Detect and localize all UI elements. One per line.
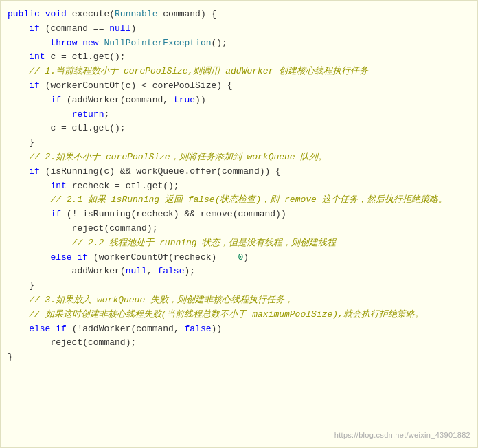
comment-1: // 1.当前线程数小于 corePoolSize,则调用 addWorker … (8, 65, 368, 79)
keyword-return: return (72, 108, 104, 122)
code-line-9: c = ctl.get(); (1, 122, 477, 136)
code-line-16: reject(command); (1, 222, 477, 236)
code-line-7: if (addWorker(command, true )) (1, 93, 477, 108)
class-npe: NullPointerException (104, 36, 211, 51)
keyword-void: void (45, 8, 67, 22)
keyword-new: new (82, 36, 98, 51)
code-line-21: // 3.如果放入 workQueue 失败，则创建非核心线程执行任务， (1, 293, 477, 308)
code-line-14: // 2.1 如果 isRunning 返回 false(状态检查)，则 rem… (1, 193, 477, 208)
code-line-18: else if (workerCountOf(recheck) == 0 ) (1, 251, 477, 265)
number-0: 0 (238, 251, 244, 265)
keyword-false-2: false (185, 322, 212, 337)
code-line-3: throw new NullPointerException (); (1, 36, 477, 51)
code-line-1: public void execute( Runnable command) { (1, 8, 477, 22)
code-line-2: if (command == null ) (1, 22, 477, 36)
code-line-5: // 1.当前线程数小于 corePoolSize,则调用 addWorker … (1, 65, 477, 79)
code-line-12: if (isRunning(c) && workQueue.offer(comm… (1, 165, 477, 179)
code-line-25: } (1, 350, 477, 365)
code-line-11: // 2.如果不小于 corePoolSize，则将任务添加到 workQueu… (1, 150, 477, 165)
comment-4: // 2.2 线程池处于 running 状态，但是没有线程，则创建线程 (8, 236, 336, 251)
code-line-22: // 如果这时创建非核心线程失败(当前线程总数不小于 maximumPoolSi… (1, 308, 477, 322)
keyword-else: else (50, 251, 71, 265)
keyword-throw: throw (50, 36, 77, 51)
comment-5: // 3.如果放入 workQueue 失败，则创建非核心线程执行任务， (8, 293, 293, 308)
keyword-if-6: if (77, 251, 88, 265)
code-line-10: } (1, 136, 477, 150)
keyword-true: true (174, 93, 195, 108)
keyword-if: if (29, 22, 40, 36)
keyword-if-5: if (50, 208, 61, 222)
code-line-23: else if (!addWorker(command, false )) (1, 322, 477, 337)
keyword-int-2: int (50, 179, 66, 194)
code-line-24: reject(command); (1, 336, 477, 350)
keyword-else-2: else (29, 322, 50, 337)
class-runnable: Runnable (115, 8, 157, 22)
keyword-if-3: if (50, 93, 61, 108)
keyword-false: false (157, 265, 184, 279)
keyword-null: null (109, 22, 130, 36)
comment-2: // 2.如果不小于 corePoolSize，则将任务添加到 workQueu… (8, 150, 327, 165)
code-line-8: return ; (1, 108, 477, 122)
keyword-if-2: if (29, 79, 40, 93)
comment-3: // 2.1 如果 isRunning 返回 false(状态检查)，则 rem… (8, 193, 447, 208)
code-block: public void execute( Runnable command) {… (0, 0, 478, 448)
code-line-19: addWorker( null , false ); (1, 265, 477, 279)
keyword-if-4: if (29, 165, 40, 179)
keyword-int: int (29, 50, 45, 65)
code-line-13: int recheck = ctl.get(); (1, 179, 477, 194)
watermark: https://blog.csdn.net/weixin_43901882 (334, 429, 470, 442)
keyword-if-7: if (56, 322, 67, 337)
keyword-public: public (8, 8, 40, 22)
keyword-null-2: null (126, 265, 147, 279)
code-line-4: int c = ctl.get(); (1, 50, 477, 65)
comment-6: // 如果这时创建非核心线程失败(当前线程总数不小于 maximumPoolSi… (8, 308, 424, 322)
code-line-17: // 2.2 线程池处于 running 状态，但是没有线程，则创建线程 (1, 236, 477, 251)
code-line-20: } (1, 279, 477, 293)
code-line-15: if (! isRunning(recheck) && remove(comma… (1, 208, 477, 222)
code-line-6: if (workerCountOf(c) < corePoolSize) { (1, 79, 477, 93)
